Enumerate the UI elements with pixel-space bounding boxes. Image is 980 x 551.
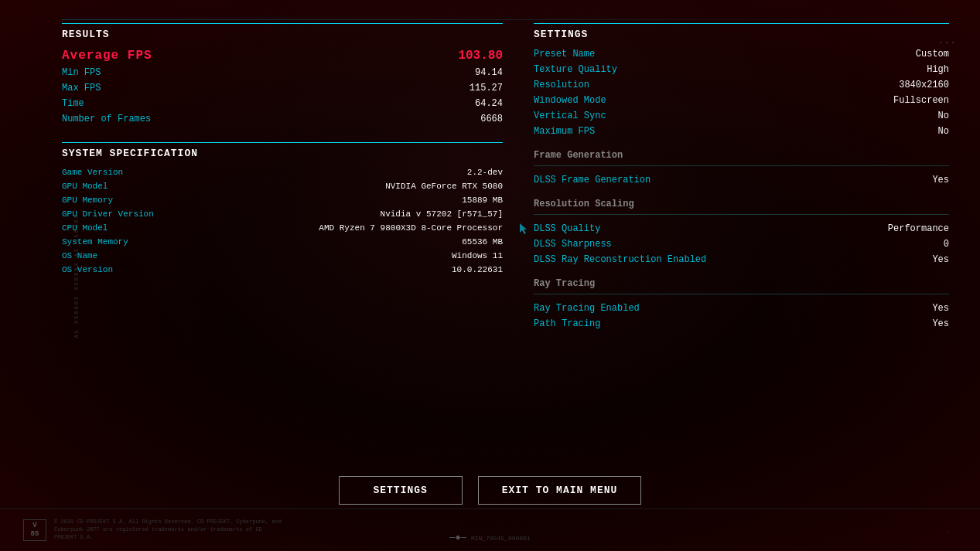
dlss-sharpness-row: DLSS Sharpness 0 — [534, 236, 949, 252]
vsync-label: Vertical Sync — [534, 111, 606, 121]
os-version-value: 10.0.22631 — [452, 265, 503, 274]
svg-marker-0 — [520, 223, 527, 234]
os-name-row: OS Name Windows 11 — [62, 249, 503, 263]
ray-tracing-enabled-label: Ray Tracing Enabled — [534, 303, 640, 314]
texture-label: Texture Quality — [534, 64, 617, 75]
game-version-label: Game Version — [62, 168, 123, 177]
preset-label: Preset Name — [534, 49, 595, 60]
dlss-rr-row: DLSS Ray Reconstruction Enabled Yes — [534, 252, 949, 267]
res-scaling-section: Resolution Scaling DLSS Quality Performa… — [534, 199, 949, 267]
cpu-model-value: AMD Ryzen 7 9800X3D 8-Core Processor — [319, 223, 503, 233]
windowed-value: Fullscreen — [893, 95, 949, 106]
dlss-sharpness-value: 0 — [944, 239, 949, 250]
cpu-model-row: CPU Model AMD Ryzen 7 9800X3D 8-Core Pro… — [62, 221, 503, 235]
sys-memory-value: 65536 MB — [462, 237, 503, 247]
os-name-value: Windows 11 — [452, 251, 503, 260]
min-fps-label: Min FPS — [62, 67, 101, 78]
time-value: 64.24 — [475, 98, 503, 109]
max-fps-settings-value: No — [938, 126, 949, 137]
avg-fps-row: Average FPS 103.80 — [62, 46, 503, 65]
buttons-area: Settings Exit to Main Menu — [0, 476, 980, 505]
bottom-right: · — [945, 529, 949, 536]
vsync-value: No — [938, 111, 949, 121]
os-version-row: OS Version 10.0.22631 — [62, 263, 503, 277]
min-fps-row: Min FPS 94.14 — [62, 65, 503, 80]
max-fps-value: 115.27 — [470, 83, 503, 94]
path-tracing-row: Path Tracing Yes — [534, 316, 949, 332]
sys-memory-row: System Memory 65536 MB — [62, 235, 503, 249]
dlss-sharpness-label: DLSS Sharpness — [534, 239, 612, 250]
gpu-model-label: GPU Model — [62, 182, 108, 191]
dlss-frame-gen-value: Yes — [932, 175, 949, 185]
right-panel: Settings Preset Name Custom Texture Qual… — [503, 23, 949, 479]
res-scaling-title: Resolution Scaling — [534, 199, 949, 209]
path-tracing-label: Path Tracing — [534, 318, 600, 329]
settings-button[interactable]: Settings — [339, 476, 463, 505]
resolution-label: Resolution — [534, 80, 589, 90]
gpu-driver-row: GPU Driver Version Nvidia v 57202 [r571_… — [62, 207, 503, 221]
bottom-right-dot: · — [945, 529, 949, 536]
gpu-driver-label: GPU Driver Version — [62, 209, 154, 219]
exit-button[interactable]: Exit to Main Menu — [478, 476, 642, 505]
texture-value: High — [927, 64, 949, 75]
spec-title: System Specification — [62, 148, 503, 159]
dlss-quality-label: DLSS Quality — [534, 223, 600, 234]
res-scaling-divider — [534, 214, 949, 215]
gpu-driver-value: Nvidia v 57202 [r571_57] — [381, 209, 503, 219]
max-fps-settings-label: Maximum FPS — [534, 126, 595, 137]
time-label: Time — [62, 98, 84, 109]
settings-section: Settings Preset Name Custom Texture Qual… — [534, 23, 949, 139]
time-row: Time 64.24 — [62, 96, 503, 111]
gpu-model-row: GPU Model NVIDIA GeForce RTX 5080 — [62, 179, 503, 193]
sys-memory-label: System Memory — [62, 237, 128, 247]
os-name-label: OS Name — [62, 251, 97, 260]
gpu-memory-row: GPU Memory 15889 MB — [62, 193, 503, 207]
dlss-quality-value: Performance — [888, 223, 949, 234]
gpu-memory-value: 15889 MB — [462, 196, 503, 205]
frame-gen-section: Frame Generation DLSS Frame Generation Y… — [534, 150, 949, 188]
bottom-bar: V 85 © 2020 CD PROJEKT S.A. All Rights R… — [0, 508, 980, 551]
spec-section: System Specification Game Version 2.2-de… — [62, 142, 503, 277]
min-fps-value: 94.14 — [475, 67, 503, 78]
resolution-row: Resolution 3840x2160 — [534, 77, 949, 93]
version-badge: V 85 — [23, 519, 46, 541]
max-fps-label: Max FPS — [62, 83, 101, 94]
frames-value: 6668 — [480, 114, 503, 124]
frames-row: Number of Frames 6668 — [62, 111, 503, 127]
results-section: Results Average FPS 103.80 Min FPS 94.14… — [62, 23, 503, 127]
main-container: Results Average FPS 103.80 Min FPS 94.14… — [0, 0, 980, 495]
dlss-quality-row: DLSS Quality Performance — [534, 221, 949, 236]
avg-fps-label: Average FPS — [62, 49, 152, 63]
ray-tracing-enabled-row: Ray Tracing Enabled Yes — [534, 301, 949, 316]
frame-gen-divider — [534, 165, 949, 166]
gpu-model-value: NVIDIA GeForce RTX 5080 — [385, 182, 503, 191]
frames-label: Number of Frames — [62, 114, 151, 124]
cursor-icon — [520, 223, 529, 238]
frame-gen-title: Frame Generation — [534, 150, 949, 161]
gpu-memory-label: GPU Memory — [62, 196, 113, 205]
texture-row: Texture Quality High — [534, 62, 949, 77]
os-version-label: OS Version — [62, 265, 113, 274]
legal-text: © 2020 CD PROJEKT S.A. All Rights Reserv… — [54, 519, 286, 541]
results-title: Results — [62, 29, 503, 40]
bottom-code: MIN_76545_000001 — [471, 535, 531, 542]
version-num: 85 — [31, 530, 39, 539]
preset-value: Custom — [916, 49, 949, 60]
dlss-rr-label: DLSS Ray Reconstruction Enabled — [534, 254, 706, 265]
dlss-rr-value: Yes — [932, 254, 949, 265]
windowed-row: Windowed Mode Fullscreen — [534, 93, 949, 108]
resolution-value: 3840x2160 — [899, 80, 949, 90]
game-version-value: 2.2-dev — [467, 168, 503, 177]
max-fps-row: Maximum FPS No — [534, 124, 949, 139]
avg-fps-value: 103.80 — [458, 49, 503, 63]
dlss-frame-gen-row: DLSS Frame Generation Yes — [534, 172, 949, 188]
cpu-model-label: CPU Model — [62, 223, 108, 233]
preset-row: Preset Name Custom — [534, 46, 949, 62]
max-fps-row: Max FPS 115.27 — [62, 80, 503, 96]
ray-tracing-title: Ray Tracing — [534, 278, 949, 289]
dlss-frame-gen-label: DLSS Frame Generation — [534, 175, 650, 185]
ray-tracing-divider — [534, 294, 949, 294]
ray-tracing-section: Ray Tracing Ray Tracing Enabled Yes Path… — [534, 278, 949, 332]
settings-title: Settings — [534, 29, 949, 40]
path-tracing-value: Yes — [932, 318, 949, 329]
